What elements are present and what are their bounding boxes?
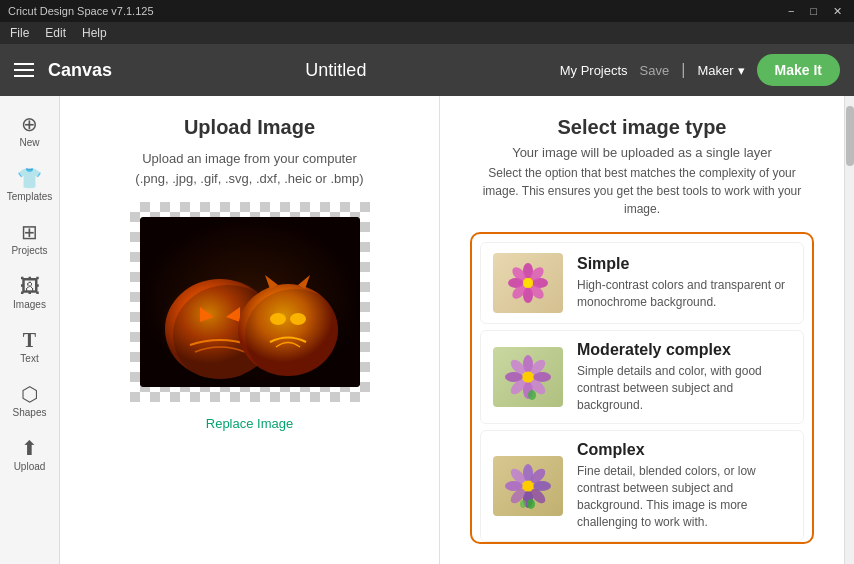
hamburger-line — [14, 63, 34, 65]
menu-help[interactable]: Help — [82, 26, 107, 40]
new-icon: ⊕ — [21, 114, 38, 134]
chevron-down-icon: ▾ — [738, 63, 745, 78]
svg-point-44 — [527, 499, 535, 509]
main-layout: ⊕ New 👕 Templates ⊞ Projects 🖼 Images T … — [0, 96, 854, 564]
header-right: My Projects Save | Maker ▾ Make It — [560, 54, 840, 86]
pumpkin-art — [140, 217, 360, 387]
sidebar-item-shapes[interactable]: ⬡ Shapes — [0, 376, 59, 426]
header-divider: | — [681, 61, 685, 79]
image-types-container: Simple High-contrast colors and transpar… — [470, 232, 814, 544]
images-icon: 🖼 — [20, 276, 40, 296]
simple-flower-svg — [501, 257, 556, 309]
select-title: Select image type — [470, 116, 814, 139]
sidebar-upload-label: Upload — [14, 461, 46, 472]
svg-point-33 — [528, 390, 536, 400]
maker-button[interactable]: Maker ▾ — [697, 63, 744, 78]
canvas-label: Canvas — [48, 60, 112, 81]
title-bar: Cricut Design Space v7.1.125 − □ ✕ — [0, 0, 854, 22]
image-type-moderate[interactable]: Moderately complex Simple details and co… — [480, 330, 804, 424]
image-type-complex[interactable]: Complex Fine detail, blended colors, or … — [480, 430, 804, 541]
upload-title: Upload Image — [184, 116, 315, 139]
hamburger-line — [14, 75, 34, 77]
sidebar-images-label: Images — [13, 299, 46, 310]
scrollbar-thumb[interactable] — [846, 106, 854, 166]
close-button[interactable]: ✕ — [829, 5, 846, 18]
moderate-name: Moderately complex — [577, 341, 791, 359]
sidebar-item-new[interactable]: ⊕ New — [0, 106, 59, 156]
sidebar-projects-label: Projects — [11, 245, 47, 256]
sidebar: ⊕ New 👕 Templates ⊞ Projects 🖼 Images T … — [0, 96, 60, 564]
shapes-icon: ⬡ — [21, 384, 38, 404]
menu-file[interactable]: File — [10, 26, 29, 40]
app-header: Canvas Untitled My Projects Save | Maker… — [0, 44, 854, 96]
moderate-desc: Simple details and color, with good cont… — [577, 363, 791, 413]
sidebar-templates-label: Templates — [7, 191, 53, 202]
upload-icon: ⬆ — [21, 438, 38, 458]
svg-point-43 — [522, 480, 533, 491]
select-image-type-panel: Select image type Your image will be upl… — [440, 96, 844, 564]
sidebar-item-upload[interactable]: ⬆ Upload — [0, 430, 59, 480]
image-type-simple[interactable]: Simple High-contrast colors and transpar… — [480, 242, 804, 324]
menu-edit[interactable]: Edit — [45, 26, 66, 40]
sidebar-item-images[interactable]: 🖼 Images — [0, 268, 59, 318]
app-title: Cricut Design Space v7.1.125 — [8, 5, 154, 17]
complex-desc: Fine detail, blended colors, or low cont… — [577, 463, 791, 530]
replace-image-button[interactable]: Replace Image — [206, 416, 293, 431]
svg-point-22 — [523, 278, 533, 288]
complex-flower-svg — [501, 460, 556, 512]
hamburger-menu[interactable] — [14, 63, 34, 77]
text-icon: T — [23, 330, 36, 350]
sidebar-new-label: New — [19, 137, 39, 148]
sidebar-item-projects[interactable]: ⊞ Projects — [0, 214, 59, 264]
sidebar-item-text[interactable]: T Text — [0, 322, 59, 372]
moderate-flower-svg — [501, 351, 556, 403]
upload-subtitle1: Upload an image from your computer — [142, 149, 357, 169]
svg-point-12 — [290, 313, 306, 325]
upload-panel: Upload Image Upload an image from your c… — [60, 96, 440, 564]
moderate-info: Moderately complex Simple details and co… — [577, 341, 791, 413]
window-controls: − □ ✕ — [784, 5, 846, 18]
sidebar-text-label: Text — [20, 353, 38, 364]
simple-info: Simple High-contrast colors and transpar… — [577, 255, 791, 311]
simple-desc: High-contrast colors and transparent or … — [577, 277, 791, 311]
scrollbar[interactable] — [844, 96, 854, 564]
select-subtitle: Your image will be uploaded as a single … — [470, 145, 814, 160]
image-preview-container — [130, 202, 370, 402]
hamburger-line — [14, 69, 34, 71]
moderate-thumb — [493, 347, 563, 407]
templates-icon: 👕 — [17, 168, 42, 188]
maker-label: Maker — [697, 63, 733, 78]
svg-point-8 — [245, 289, 345, 381]
complex-name: Complex — [577, 441, 791, 459]
sidebar-item-templates[interactable]: 👕 Templates — [0, 160, 59, 210]
upload-subtitle2: (.png, .jpg, .gif, .svg, .dxf, .heic or … — [135, 169, 363, 189]
simple-thumb — [493, 253, 563, 313]
doc-title: Untitled — [305, 60, 366, 81]
maximize-button[interactable]: □ — [806, 5, 821, 18]
minimize-button[interactable]: − — [784, 5, 798, 18]
complex-info: Complex Fine detail, blended colors, or … — [577, 441, 791, 530]
svg-point-32 — [522, 372, 533, 383]
sidebar-shapes-label: Shapes — [13, 407, 47, 418]
projects-icon: ⊞ — [21, 222, 38, 242]
svg-point-11 — [270, 313, 286, 325]
simple-name: Simple — [577, 255, 791, 273]
image-preview — [130, 202, 370, 402]
menu-bar: File Edit Help — [0, 22, 854, 44]
select-description: Select the option that best matches the … — [470, 164, 814, 218]
header-left: Canvas — [14, 60, 112, 81]
pumpkins-svg — [140, 217, 360, 387]
svg-point-45 — [520, 500, 526, 508]
complex-thumb — [493, 456, 563, 516]
content-area: Upload Image Upload an image from your c… — [60, 96, 854, 564]
save-button[interactable]: Save — [640, 63, 670, 78]
make-it-button[interactable]: Make It — [757, 54, 840, 86]
my-projects-button[interactable]: My Projects — [560, 63, 628, 78]
